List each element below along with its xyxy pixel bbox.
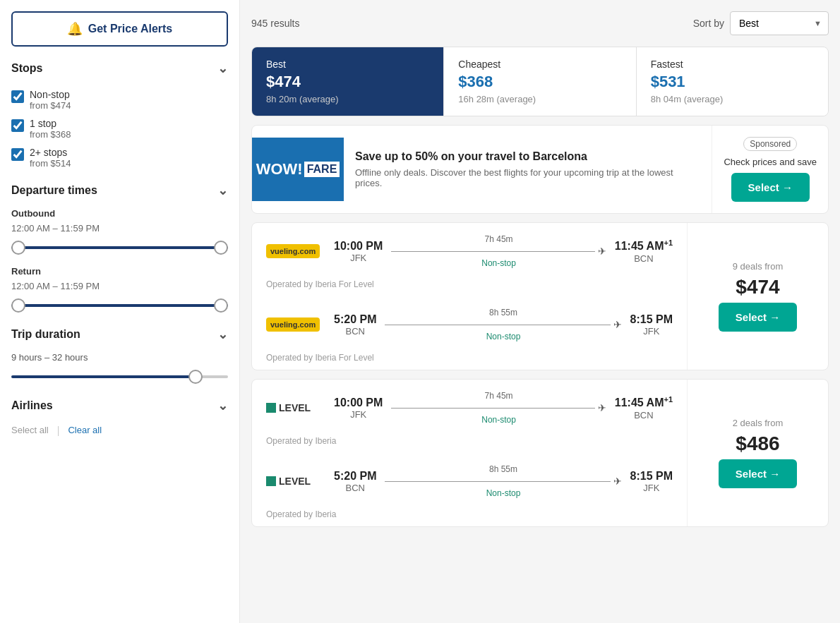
flight-1-return-times: 5:20 PM BCN 8h 55m ✈ Non-stop xyxy=(334,308,673,341)
flight-2-depart-time: 10:00 PM xyxy=(334,397,383,409)
plane-icon-2: ✈ xyxy=(613,319,622,330)
trip-duration-thumb[interactable] xyxy=(188,370,203,384)
clear-all-button[interactable]: Clear all xyxy=(68,425,102,436)
twostop-price: from $514 xyxy=(30,158,71,169)
nonstop-checkbox[interactable] xyxy=(11,90,24,103)
flight-2-arrive: 11:45 AM+1 BCN xyxy=(615,395,673,420)
ad-description: Offline only deals. Discover the best fl… xyxy=(355,167,700,188)
departure-times-section: Departure times ⌄ Outbound 12:00 AM – 11… xyxy=(11,183,228,313)
line-3 xyxy=(391,408,594,409)
flight-2-outbound: LEVEL 10:00 PM JFK 7h 45m ✈ xyxy=(252,380,687,436)
tab-fastest[interactable]: Fastest $531 8h 04m (average) xyxy=(637,47,828,116)
flight-1-select-button[interactable]: Select → xyxy=(719,303,797,332)
outbound-slider[interactable] xyxy=(11,241,228,255)
line-1 xyxy=(391,251,594,252)
flight-2-return-depart: 5:20 PM BCN xyxy=(334,470,376,493)
return-slider-thumb-left[interactable] xyxy=(11,298,25,313)
ad-content: Save up to 50% on your travel to Barcelo… xyxy=(344,139,712,200)
tab-best[interactable]: Best $474 8h 20m (average) xyxy=(252,47,444,116)
flight-card-2: LEVEL 10:00 PM JFK 7h 45m ✈ xyxy=(251,379,829,527)
flight-card-2-right: 2 deals from $486 Select → xyxy=(687,380,828,526)
flight-1-return-operated: Operated by Iberia For Level xyxy=(252,353,687,370)
flight-1-return-depart-time: 5:20 PM xyxy=(334,313,376,326)
airlines-chevron-icon[interactable]: ⌄ xyxy=(217,398,228,413)
flight-1-outbound-line: ✈ xyxy=(391,246,606,257)
stops-chevron-icon[interactable]: ⌄ xyxy=(217,61,228,76)
flight-1-arrive-airport: BCN xyxy=(615,253,673,264)
tab-cheapest[interactable]: Cheapest $368 16h 28m (average) xyxy=(444,47,636,116)
flight-tabs: Best $474 8h 20m (average) Cheapest $368… xyxy=(251,47,829,116)
departure-chevron-icon[interactable]: ⌄ xyxy=(217,183,228,198)
wow-fare-logo: WOW! FARE xyxy=(256,160,340,179)
return-slider-thumb-right[interactable] xyxy=(214,298,228,313)
select-all-button[interactable]: Select all xyxy=(11,425,49,436)
flight-2-arrive-time: 11:45 AM+1 xyxy=(615,395,673,409)
level-logo-1: LEVEL xyxy=(266,402,323,413)
flight-1-return-duration-text: 8h 55m xyxy=(489,308,517,317)
ad-select-button[interactable]: Select → xyxy=(731,173,810,202)
return-slider[interactable] xyxy=(11,298,228,313)
airlines-section: Airlines ⌄ Select all | Clear all xyxy=(11,398,228,436)
tab-cheapest-price: $368 xyxy=(458,73,621,91)
flight-1-return-line: ✈ xyxy=(385,319,621,330)
flight-2-return-arrive-time: 8:15 PM xyxy=(630,470,673,483)
sponsored-badge: Sponsored xyxy=(743,137,797,151)
flight-2-select-button[interactable]: Select → xyxy=(719,459,797,488)
flight-2-depart-airport: JFK xyxy=(334,409,383,420)
onestop-filter[interactable]: 1 stop from $368 xyxy=(11,118,228,140)
plane-icon-1: ✈ xyxy=(598,246,606,257)
plane-icon-4: ✈ xyxy=(613,476,622,487)
ad-card: WOW! FARE Save up to 50% on your travel … xyxy=(251,125,829,214)
trip-duration-track xyxy=(11,375,196,378)
trip-duration-slider[interactable] xyxy=(11,370,228,384)
flight-1-deals-from: 9 deals from xyxy=(733,261,784,272)
trip-duration-range: 9 hours – 32 hours xyxy=(11,352,228,363)
return-track xyxy=(11,304,228,307)
return-label: Return xyxy=(11,266,228,277)
departure-title: Departure times xyxy=(11,184,97,197)
flight-2-depart: 10:00 PM JFK xyxy=(334,397,383,420)
stops-title: Stops xyxy=(11,62,42,75)
tab-cheapest-label: Cheapest xyxy=(458,59,621,70)
tab-best-price: $474 xyxy=(266,73,429,91)
sort-select[interactable]: Best Cheapest Fastest xyxy=(730,11,829,35)
flight-1-outbound-duration-text: 7h 45m xyxy=(485,234,513,244)
onestop-checkbox[interactable] xyxy=(11,119,24,132)
sort-wrapper: Best Cheapest Fastest xyxy=(730,11,829,35)
tab-cheapest-duration: 16h 28m (average) xyxy=(458,94,621,104)
twostop-checkbox[interactable] xyxy=(11,148,24,161)
stops-header: Stops ⌄ xyxy=(11,61,228,82)
nonstop-label: Non-stop xyxy=(30,89,71,100)
fare-text: FARE xyxy=(304,162,340,177)
outbound-track xyxy=(11,246,228,249)
airlines-title: Airlines xyxy=(11,399,53,412)
line-4 xyxy=(385,481,610,482)
flight-2-return-arrive: 8:15 PM JFK xyxy=(630,470,673,493)
nonstop-filter[interactable]: Non-stop from $474 xyxy=(11,89,228,111)
flight-1-return-arrive-airport: JFK xyxy=(630,326,673,337)
flight-1-return-arrive: 8:15 PM JFK xyxy=(630,313,673,337)
onestop-label: 1 stop xyxy=(30,118,71,129)
outbound-slider-thumb-right[interactable] xyxy=(214,241,228,255)
flight-2-outbound-line: ✈ xyxy=(391,402,606,413)
flight-2-return-depart-airport: BCN xyxy=(334,483,376,493)
price-alert-button[interactable]: 🔔 Get Price Alerts xyxy=(11,11,228,47)
nonstop-price: from $474 xyxy=(30,100,71,111)
airlines-header: Airlines ⌄ xyxy=(11,398,228,419)
stops-section: Stops ⌄ Non-stop from $474 1 stop from $… xyxy=(11,61,228,169)
flight-2-outbound-duration-text: 7h 45m xyxy=(485,391,513,401)
price-alert-label: Get Price Alerts xyxy=(88,23,172,35)
outbound-slider-thumb-left[interactable] xyxy=(11,241,25,255)
flight-2-return: LEVEL 5:20 PM BCN 8h 55m ✈ xyxy=(252,453,687,509)
results-header: 945 results Sort by Best Cheapest Fastes… xyxy=(251,11,829,35)
flight-2-return-depart-time: 5:20 PM xyxy=(334,470,376,483)
flight-card-2-left: LEVEL 10:00 PM JFK 7h 45m ✈ xyxy=(252,380,687,526)
sort-label: Sort by xyxy=(693,18,724,29)
flight-2-return-duration: 8h 55m ✈ Non-stop xyxy=(385,464,621,498)
trip-duration-chevron-icon[interactable]: ⌄ xyxy=(217,327,228,342)
twostop-filter[interactable]: 2+ stops from $514 xyxy=(11,147,228,169)
flight-2-outbound-nonstop: Non-stop xyxy=(481,415,516,425)
airlines-divider: | xyxy=(57,425,60,436)
results-count: 945 results xyxy=(251,18,299,29)
onestop-price: from $368 xyxy=(30,129,71,140)
